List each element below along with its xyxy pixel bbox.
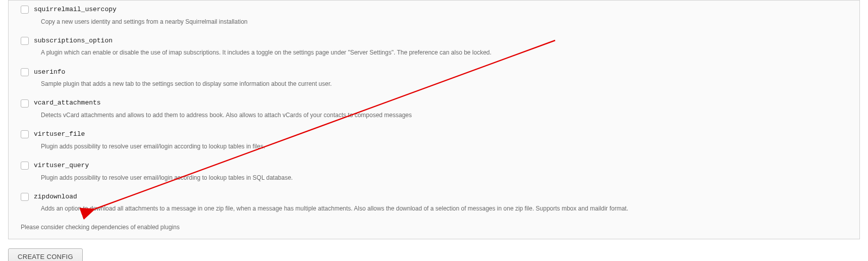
plugin-item: vcard_attachments Detects vCard attachme…: [9, 94, 859, 125]
plugin-item: userinfo Sample plugin that adds a new t…: [9, 63, 859, 94]
plugin-header: zipdownload: [21, 188, 852, 204]
plugin-item: squirrelmail_usercopy Copy a new users i…: [9, 1, 859, 32]
plugin-name: userinfo: [34, 65, 65, 80]
plugin-panel: squirrelmail_usercopy Copy a new users i…: [8, 0, 860, 239]
plugin-name: virtuser_file: [34, 127, 85, 142]
plugin-desc: Adds an option to download all attachmen…: [21, 204, 852, 214]
plugin-item: virtuser_file Plugin adds possibility to…: [9, 125, 859, 156]
plugin-desc: Detects vCard attachments and allows to …: [21, 111, 852, 120]
plugin-checkbox-virtuser_file[interactable]: [21, 130, 29, 138]
plugin-header: vcard_attachments: [21, 94, 852, 111]
plugin-item: virtuser_query Plugin adds possibility t…: [9, 156, 859, 188]
plugin-checkbox-zipdownload[interactable]: [21, 193, 29, 201]
plugin-checkbox-virtuser_query[interactable]: [21, 162, 29, 170]
plugin-name: virtuser_query: [34, 159, 89, 173]
plugin-checkbox-userinfo[interactable]: [21, 68, 29, 76]
button-row: CREATE CONFIG: [4, 239, 864, 261]
plugin-name: squirrelmail_usercopy: [34, 3, 117, 17]
plugin-header: subscriptions_option: [21, 32, 852, 48]
plugin-header: squirrelmail_usercopy: [21, 1, 852, 17]
plugin-header: userinfo: [21, 63, 852, 80]
dependency-note: Please consider checking dependencies of…: [9, 219, 859, 239]
plugin-desc: Plugin adds possibility to resolve user …: [21, 142, 852, 151]
plugin-desc: A plugin which can enable or disable the…: [21, 48, 852, 58]
plugin-name: zipdownload: [34, 190, 77, 204]
plugin-desc: Plugin adds possibility to resolve user …: [21, 173, 852, 183]
plugin-checkbox-squirrelmail_usercopy[interactable]: [21, 6, 29, 14]
plugin-checkbox-subscriptions_option[interactable]: [21, 37, 29, 45]
plugin-checkbox-vcard_attachments[interactable]: [21, 99, 29, 108]
plugin-name: subscriptions_option: [34, 34, 113, 48]
plugin-item: subscriptions_option A plugin which can …: [9, 32, 859, 63]
plugin-desc: Copy a new users identity and settings f…: [21, 17, 852, 27]
plugin-item: zipdownload Adds an option to download a…: [9, 188, 859, 219]
plugin-header: virtuser_query: [21, 156, 852, 173]
create-config-button[interactable]: CREATE CONFIG: [8, 248, 83, 261]
plugin-name: vcard_attachments: [34, 96, 101, 111]
plugin-desc: Sample plugin that adds a new tab to the…: [21, 79, 852, 89]
plugin-header: virtuser_file: [21, 125, 852, 142]
